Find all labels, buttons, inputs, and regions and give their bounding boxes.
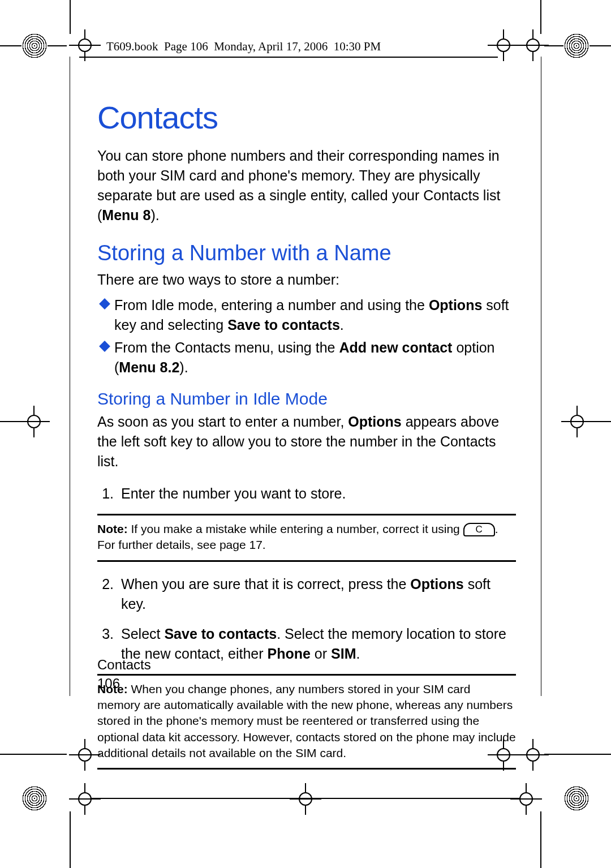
- chapter-title: Contacts: [97, 99, 516, 136]
- bold-term: Save to contacts: [164, 626, 277, 642]
- registration-crosshair-icon: [78, 748, 92, 762]
- crop-guide: [70, 57, 70, 696]
- crop-mark: [0, 421, 24, 422]
- running-head: T609.book Page 106 Monday, April 17, 200…: [106, 40, 381, 54]
- crop-mark: [587, 421, 611, 422]
- text: .: [356, 646, 360, 661]
- crop-mark: [540, 811, 541, 868]
- bold-term: Options: [348, 414, 401, 429]
- registration-crosshair-icon: [570, 415, 584, 428]
- step-item: Enter the number you want to store.: [118, 484, 516, 504]
- note: Note: If you make a mistake while enteri…: [97, 514, 516, 562]
- text: As soon as you start to enter a number,: [97, 414, 348, 429]
- bold-term: SIM: [331, 646, 356, 661]
- registration-crosshair-icon: [27, 415, 41, 428]
- registration-spiral-icon: [563, 33, 590, 59]
- step-list: Enter the number you want to store.: [97, 484, 516, 504]
- registration-crosshair-icon: [526, 38, 540, 52]
- page-footer: Contacts 106: [97, 656, 151, 693]
- crop-mark: [70, 811, 71, 868]
- registration-crosshair-icon: [497, 38, 510, 52]
- footer-section: Contacts: [97, 656, 151, 674]
- bold-term: Options: [429, 297, 482, 313]
- subsection-intro: As soon as you start to enter a number, …: [97, 412, 516, 471]
- chapter-intro: You can store phone numbers and their co…: [97, 146, 516, 225]
- bullet-list: From Idle mode, entering a number and us…: [97, 295, 516, 377]
- registration-spiral-icon: [21, 785, 48, 811]
- text: From Idle mode, entering a number and us…: [114, 297, 429, 313]
- text: When you are sure that it is correct, pr…: [121, 576, 410, 592]
- step-item: When you are sure that it is correct, pr…: [118, 574, 516, 614]
- bold-term: Options: [410, 576, 463, 592]
- text: .: [340, 317, 344, 333]
- text: If you make a mistake while entering a n…: [128, 522, 463, 535]
- registration-spiral-icon: [563, 785, 590, 811]
- registration-spiral-icon: [21, 33, 48, 59]
- text: Select: [121, 626, 164, 642]
- registration-crosshair-icon: [519, 792, 533, 806]
- section-intro: There are two ways to store a number:: [97, 270, 516, 290]
- step-item: Select Save to contacts. Select the memo…: [118, 624, 516, 664]
- bold-term: Add new contact: [339, 340, 452, 355]
- text: or: [311, 646, 331, 661]
- menu-ref: Menu 8: [102, 207, 150, 223]
- registration-crosshair-icon: [526, 748, 540, 762]
- clear-key-icon: C: [463, 523, 495, 536]
- crop-mark: [91, 798, 520, 799]
- text: From the Contacts menu, using the: [114, 340, 339, 355]
- text: ).: [179, 359, 188, 375]
- crop-mark: [0, 754, 67, 755]
- list-item: From the Contacts menu, using the Add ne…: [97, 338, 516, 377]
- page-number: 106: [97, 674, 151, 693]
- list-item: From Idle mode, entering a number and us…: [97, 295, 516, 334]
- page-content: Contacts You can store phone numbers and…: [97, 99, 516, 782]
- crop-guide: [541, 57, 541, 696]
- subsection-title: Storing a Number in Idle Mode: [97, 389, 516, 409]
- text: ).: [150, 207, 159, 223]
- registration-crosshair-icon: [78, 38, 92, 52]
- bold-term: Save to contacts: [227, 317, 340, 333]
- section-title: Storing a Number with a Name: [97, 241, 516, 265]
- note: Note: When you change phones, any number…: [97, 674, 516, 770]
- crop-mark: [70, 0, 71, 34]
- bold-term: Phone: [267, 646, 310, 661]
- text: When you change phones, any numbers stor…: [97, 682, 519, 759]
- note-label: Note:: [97, 522, 128, 535]
- crop-mark: [544, 754, 611, 755]
- step-list: When you are sure that it is correct, pr…: [97, 574, 516, 664]
- registration-crosshair-icon: [78, 792, 92, 806]
- crop-mark: [540, 0, 541, 34]
- registration-crosshair-icon: [299, 792, 312, 806]
- bold-term: Menu 8.2: [119, 359, 179, 375]
- header-rule: [79, 57, 498, 58]
